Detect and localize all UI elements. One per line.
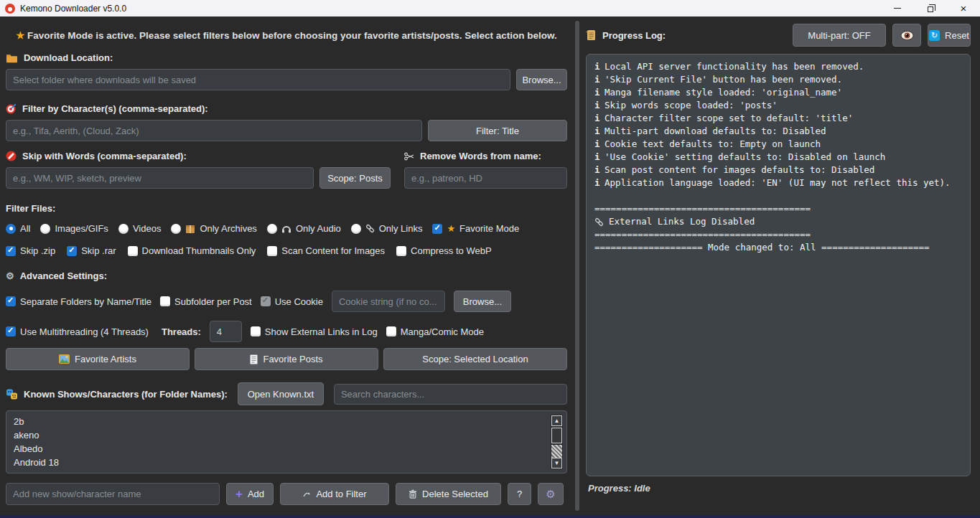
search-characters-input[interactable]	[334, 384, 567, 405]
panel-splitter[interactable]	[573, 17, 582, 515]
multipart-toggle-button[interactable]: Multi-part: OFF	[793, 24, 886, 47]
progress-panel: Progress Log: Multi-part: OFF Reset iLoc…	[582, 17, 980, 515]
restore-icon	[928, 6, 933, 12]
radio-icon	[171, 224, 181, 234]
list-item[interactable]: Android 18	[14, 456, 559, 469]
scroll-up-button[interactable]: ▲	[551, 415, 562, 426]
add-character-input[interactable]	[6, 483, 220, 505]
favorite-mode-banner: Favorite Mode is active. Please select f…	[6, 29, 567, 41]
checkbox-skip-rar[interactable]: Skip .rar	[67, 245, 116, 256]
info-icon: i	[594, 86, 599, 99]
add-to-filter-button[interactable]: Add to Filter	[280, 483, 389, 505]
reset-icon	[929, 30, 940, 41]
checkbox-scan-content[interactable]: Scan Content for Images	[267, 245, 385, 256]
checkbox-download-thumbnails[interactable]: Download Thumbnails Only	[128, 245, 256, 256]
radio-only-archives[interactable]: Only Archives	[171, 223, 256, 234]
link-icon	[365, 224, 375, 233]
add-button[interactable]: Add	[226, 483, 274, 505]
log-line: External Links Log Disabled	[594, 215, 962, 228]
info-icon: i	[594, 138, 599, 151]
scrollbar-track[interactable]	[551, 445, 562, 458]
main-panel: Favorite Mode is active. Please select f…	[0, 17, 573, 515]
progress-log[interactable]: iLocal API server functionality has been…	[586, 54, 971, 476]
star-icon	[16, 30, 24, 41]
download-location-input[interactable]	[6, 69, 510, 90]
skip-scope-button[interactable]: Scope: Posts	[319, 167, 391, 189]
radio-icon	[40, 224, 50, 234]
favorite-posts-button[interactable]: Favorite Posts	[195, 348, 378, 370]
open-known-txt-button[interactable]: Open Known.txt	[238, 382, 324, 405]
checkbox-show-external-links[interactable]: Show External Links in Log	[251, 326, 378, 337]
known-shows-list[interactable]: 2b akeno Albedo Android 18 Android 21 ▲ …	[6, 410, 567, 474]
delete-selected-button[interactable]: Delete Selected	[396, 483, 501, 505]
radio-all[interactable]: All	[6, 223, 30, 234]
progress-status: Progress: Idle	[588, 483, 971, 494]
log-line-blank	[594, 189, 962, 202]
eye-button[interactable]	[892, 24, 921, 47]
settings-button[interactable]	[538, 483, 564, 505]
list-item[interactable]: Android 21	[14, 469, 559, 474]
log-line: i'Use Cookie' setting defaults to: Disab…	[594, 151, 962, 164]
checkbox-icon	[386, 326, 396, 336]
skip-words-input[interactable]	[6, 167, 314, 189]
curved-arrow-icon	[302, 491, 311, 498]
checkbox-multithreading[interactable]: Use Multithreading (4 Threads)	[6, 326, 149, 337]
log-line: iLocal API server functionality has been…	[594, 60, 962, 73]
list-item[interactable]: 2b	[14, 415, 559, 428]
browse-download-button[interactable]: Browse...	[516, 69, 567, 90]
filter-scope-button[interactable]: Filter: Title	[428, 120, 567, 141]
browse-cookie-button[interactable]: Browse...	[454, 291, 511, 312]
info-icon: i	[594, 73, 599, 86]
list-scrollbar[interactable]: ▲ ▼	[551, 415, 563, 469]
checkbox-skip-zip[interactable]: Skip .zip	[6, 245, 55, 256]
checkbox-icon	[396, 246, 406, 256]
gear-icon	[546, 488, 555, 501]
log-line: i'Skip Current File' button has been rem…	[594, 73, 962, 86]
titlebar: Kemono Downloader v5.0.0 ×	[0, 0, 980, 17]
favorite-artists-button[interactable]: Favorite Artists	[6, 348, 190, 370]
character-filter-label: Filter by Character(s) (comma-separated)…	[6, 103, 567, 114]
radio-icon	[6, 224, 16, 234]
checkbox-compress-webp[interactable]: Compress to WebP	[396, 245, 491, 256]
scrollbar-thumb[interactable]	[551, 428, 562, 443]
log-line: iManga filename style loaded: 'original_…	[594, 86, 962, 99]
log-line: iSkip words scope loaded: 'posts'	[594, 99, 962, 112]
reset-button[interactable]: Reset	[928, 24, 971, 47]
list-item[interactable]: Albedo	[14, 442, 559, 456]
checkbox-use-cookie[interactable]: Use Cookie	[261, 296, 323, 307]
checkbox-subfolder-per-post[interactable]: Subfolder per Post	[160, 296, 252, 307]
radio-only-links[interactable]: Only Links	[351, 223, 423, 234]
checkbox-separate-folders[interactable]: Separate Folders by Name/Title	[6, 296, 151, 307]
remove-words-input[interactable]	[404, 167, 567, 189]
trash-icon	[409, 489, 417, 499]
radio-videos[interactable]: Videos	[118, 223, 162, 234]
cookie-string-input[interactable]	[332, 291, 445, 312]
link-icon	[594, 217, 604, 227]
checkbox-icon	[261, 296, 271, 306]
filter-files-label: Filter Files:	[6, 203, 567, 214]
checkbox-icon	[160, 296, 170, 306]
scissors-icon	[404, 152, 414, 161]
info-icon: i	[594, 176, 599, 189]
radio-only-audio[interactable]: Only Audio	[267, 223, 341, 234]
checkbox-favorite-mode[interactable]: Favorite Mode	[432, 223, 519, 234]
scope-selected-location-button[interactable]: Scope: Selected Location	[383, 348, 567, 370]
info-icon: i	[594, 60, 599, 73]
known-shows-label: Known Shows/Characters (for Folder Names…	[6, 389, 228, 400]
radio-images-gifs[interactable]: Images/GIFs	[40, 223, 108, 234]
threads-input[interactable]	[210, 321, 242, 342]
log-line: iApplication language loaded: 'EN' (UI m…	[594, 176, 962, 189]
radio-icon	[267, 224, 277, 234]
maximize-button[interactable]	[914, 0, 947, 17]
log-line: iMulti-part download defaults to: Disabl…	[594, 125, 962, 138]
checkbox-manga-mode[interactable]: Manga/Comic Mode	[386, 326, 484, 337]
help-button[interactable]: ?	[508, 483, 531, 505]
minimize-button[interactable]	[881, 0, 914, 17]
character-filter-input[interactable]	[6, 120, 422, 141]
advanced-settings-label: Advanced Settings:	[6, 270, 567, 281]
masks-icon	[6, 389, 18, 400]
close-button[interactable]: ×	[947, 0, 980, 17]
list-item[interactable]: akeno	[14, 428, 559, 442]
close-icon: ×	[961, 3, 967, 14]
scroll-down-button[interactable]: ▼	[551, 458, 562, 468]
